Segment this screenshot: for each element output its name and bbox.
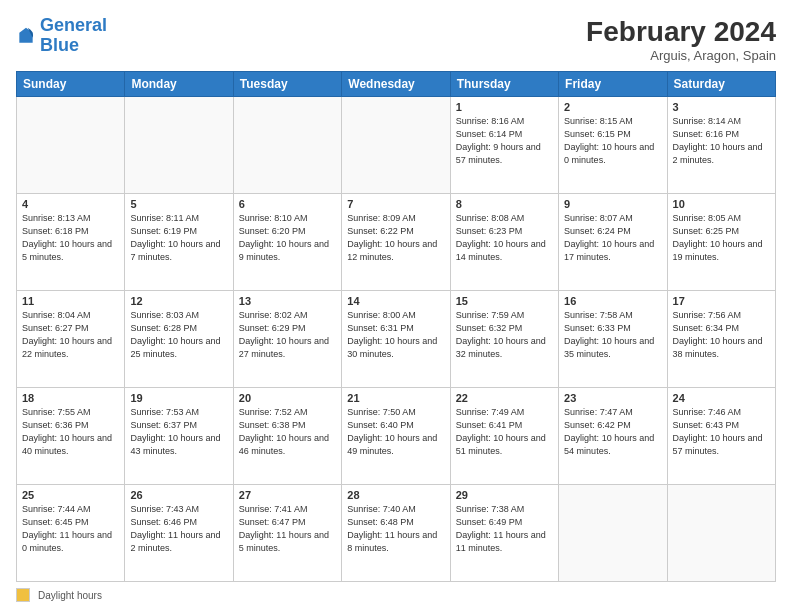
table-row	[17, 97, 125, 194]
table-row: 13Sunrise: 8:02 AMSunset: 6:29 PMDayligh…	[233, 291, 341, 388]
table-row: 20Sunrise: 7:52 AMSunset: 6:38 PMDayligh…	[233, 388, 341, 485]
day-number: 19	[130, 392, 227, 404]
day-info: Sunrise: 8:11 AMSunset: 6:19 PMDaylight:…	[130, 212, 227, 264]
table-row: 25Sunrise: 7:44 AMSunset: 6:45 PMDayligh…	[17, 485, 125, 582]
table-row: 3Sunrise: 8:14 AMSunset: 6:16 PMDaylight…	[667, 97, 775, 194]
day-info: Sunrise: 7:53 AMSunset: 6:37 PMDaylight:…	[130, 406, 227, 458]
table-row: 24Sunrise: 7:46 AMSunset: 6:43 PMDayligh…	[667, 388, 775, 485]
table-row	[667, 485, 775, 582]
table-row: 21Sunrise: 7:50 AMSunset: 6:40 PMDayligh…	[342, 388, 450, 485]
day-number: 12	[130, 295, 227, 307]
col-thursday: Thursday	[450, 72, 558, 97]
day-number: 13	[239, 295, 336, 307]
day-info: Sunrise: 7:58 AMSunset: 6:33 PMDaylight:…	[564, 309, 661, 361]
day-info: Sunrise: 8:03 AMSunset: 6:28 PMDaylight:…	[130, 309, 227, 361]
col-wednesday: Wednesday	[342, 72, 450, 97]
day-info: Sunrise: 8:13 AMSunset: 6:18 PMDaylight:…	[22, 212, 119, 264]
day-info: Sunrise: 8:05 AMSunset: 6:25 PMDaylight:…	[673, 212, 770, 264]
day-info: Sunrise: 8:00 AMSunset: 6:31 PMDaylight:…	[347, 309, 444, 361]
calendar-week-row: 4Sunrise: 8:13 AMSunset: 6:18 PMDaylight…	[17, 194, 776, 291]
table-row: 28Sunrise: 7:40 AMSunset: 6:48 PMDayligh…	[342, 485, 450, 582]
calendar-week-row: 18Sunrise: 7:55 AMSunset: 6:36 PMDayligh…	[17, 388, 776, 485]
day-info: Sunrise: 7:50 AMSunset: 6:40 PMDaylight:…	[347, 406, 444, 458]
day-info: Sunrise: 8:15 AMSunset: 6:15 PMDaylight:…	[564, 115, 661, 167]
day-info: Sunrise: 7:47 AMSunset: 6:42 PMDaylight:…	[564, 406, 661, 458]
day-number: 10	[673, 198, 770, 210]
day-info: Sunrise: 8:14 AMSunset: 6:16 PMDaylight:…	[673, 115, 770, 167]
day-number: 8	[456, 198, 553, 210]
day-info: Sunrise: 8:16 AMSunset: 6:14 PMDaylight:…	[456, 115, 553, 167]
logo-blue: Blue	[40, 35, 79, 55]
table-row	[342, 97, 450, 194]
location: Arguis, Aragon, Spain	[586, 48, 776, 63]
day-info: Sunrise: 8:10 AMSunset: 6:20 PMDaylight:…	[239, 212, 336, 264]
title-block: February 2024 Arguis, Aragon, Spain	[586, 16, 776, 63]
table-row	[125, 97, 233, 194]
logo-general: General	[40, 15, 107, 35]
month-year: February 2024	[586, 16, 776, 48]
table-row: 11Sunrise: 8:04 AMSunset: 6:27 PMDayligh…	[17, 291, 125, 388]
day-number: 4	[22, 198, 119, 210]
day-info: Sunrise: 7:44 AMSunset: 6:45 PMDaylight:…	[22, 503, 119, 555]
day-number: 18	[22, 392, 119, 404]
table-row: 12Sunrise: 8:03 AMSunset: 6:28 PMDayligh…	[125, 291, 233, 388]
day-number: 6	[239, 198, 336, 210]
day-info: Sunrise: 8:04 AMSunset: 6:27 PMDaylight:…	[22, 309, 119, 361]
day-info: Sunrise: 7:55 AMSunset: 6:36 PMDaylight:…	[22, 406, 119, 458]
day-number: 22	[456, 392, 553, 404]
day-number: 1	[456, 101, 553, 113]
col-monday: Monday	[125, 72, 233, 97]
table-row: 19Sunrise: 7:53 AMSunset: 6:37 PMDayligh…	[125, 388, 233, 485]
day-info: Sunrise: 8:07 AMSunset: 6:24 PMDaylight:…	[564, 212, 661, 264]
calendar-week-row: 25Sunrise: 7:44 AMSunset: 6:45 PMDayligh…	[17, 485, 776, 582]
table-row: 16Sunrise: 7:58 AMSunset: 6:33 PMDayligh…	[559, 291, 667, 388]
col-tuesday: Tuesday	[233, 72, 341, 97]
table-row: 9Sunrise: 8:07 AMSunset: 6:24 PMDaylight…	[559, 194, 667, 291]
table-row: 4Sunrise: 8:13 AMSunset: 6:18 PMDaylight…	[17, 194, 125, 291]
day-number: 23	[564, 392, 661, 404]
day-info: Sunrise: 7:49 AMSunset: 6:41 PMDaylight:…	[456, 406, 553, 458]
daylight-legend-box	[16, 588, 30, 602]
day-number: 24	[673, 392, 770, 404]
day-number: 25	[22, 489, 119, 501]
table-row: 15Sunrise: 7:59 AMSunset: 6:32 PMDayligh…	[450, 291, 558, 388]
table-row: 18Sunrise: 7:55 AMSunset: 6:36 PMDayligh…	[17, 388, 125, 485]
table-row: 5Sunrise: 8:11 AMSunset: 6:19 PMDaylight…	[125, 194, 233, 291]
day-info: Sunrise: 7:56 AMSunset: 6:34 PMDaylight:…	[673, 309, 770, 361]
day-number: 29	[456, 489, 553, 501]
table-row: 6Sunrise: 8:10 AMSunset: 6:20 PMDaylight…	[233, 194, 341, 291]
day-info: Sunrise: 7:43 AMSunset: 6:46 PMDaylight:…	[130, 503, 227, 555]
col-sunday: Sunday	[17, 72, 125, 97]
day-number: 20	[239, 392, 336, 404]
day-number: 3	[673, 101, 770, 113]
table-row: 29Sunrise: 7:38 AMSunset: 6:49 PMDayligh…	[450, 485, 558, 582]
table-row: 17Sunrise: 7:56 AMSunset: 6:34 PMDayligh…	[667, 291, 775, 388]
logo: General Blue	[16, 16, 107, 56]
page: General Blue February 2024 Arguis, Arago…	[0, 0, 792, 612]
table-row: 2Sunrise: 8:15 AMSunset: 6:15 PMDaylight…	[559, 97, 667, 194]
day-info: Sunrise: 7:46 AMSunset: 6:43 PMDaylight:…	[673, 406, 770, 458]
table-row: 26Sunrise: 7:43 AMSunset: 6:46 PMDayligh…	[125, 485, 233, 582]
day-number: 17	[673, 295, 770, 307]
calendar-week-row: 1Sunrise: 8:16 AMSunset: 6:14 PMDaylight…	[17, 97, 776, 194]
day-number: 9	[564, 198, 661, 210]
day-number: 27	[239, 489, 336, 501]
daylight-legend-label: Daylight hours	[38, 590, 102, 601]
table-row: 7Sunrise: 8:09 AMSunset: 6:22 PMDaylight…	[342, 194, 450, 291]
day-info: Sunrise: 7:38 AMSunset: 6:49 PMDaylight:…	[456, 503, 553, 555]
day-info: Sunrise: 7:52 AMSunset: 6:38 PMDaylight:…	[239, 406, 336, 458]
table-row: 14Sunrise: 8:00 AMSunset: 6:31 PMDayligh…	[342, 291, 450, 388]
table-row: 10Sunrise: 8:05 AMSunset: 6:25 PMDayligh…	[667, 194, 775, 291]
col-friday: Friday	[559, 72, 667, 97]
day-info: Sunrise: 8:08 AMSunset: 6:23 PMDaylight:…	[456, 212, 553, 264]
day-number: 28	[347, 489, 444, 501]
day-info: Sunrise: 8:02 AMSunset: 6:29 PMDaylight:…	[239, 309, 336, 361]
table-row	[233, 97, 341, 194]
day-number: 16	[564, 295, 661, 307]
table-row: 1Sunrise: 8:16 AMSunset: 6:14 PMDaylight…	[450, 97, 558, 194]
calendar-header-row: Sunday Monday Tuesday Wednesday Thursday…	[17, 72, 776, 97]
table-row: 22Sunrise: 7:49 AMSunset: 6:41 PMDayligh…	[450, 388, 558, 485]
day-number: 7	[347, 198, 444, 210]
day-info: Sunrise: 7:59 AMSunset: 6:32 PMDaylight:…	[456, 309, 553, 361]
day-number: 15	[456, 295, 553, 307]
